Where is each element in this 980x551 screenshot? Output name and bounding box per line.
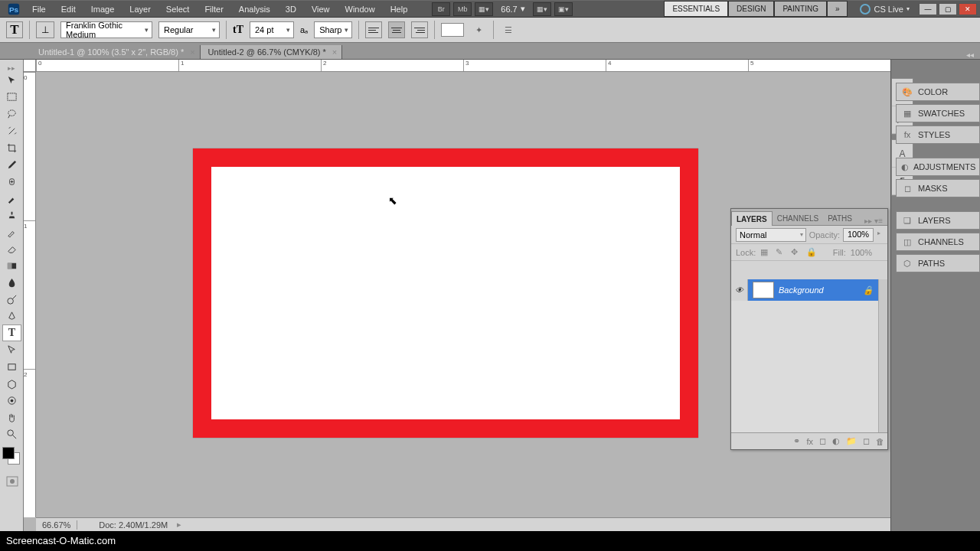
rectangle-tool[interactable] [2,358,21,375]
menu-file[interactable]: File [24,2,54,16]
document-tab-2[interactable]: Untitled-2 @ 66.7% (CMYK/8) *× [201,45,343,59]
foreground-color-swatch[interactable] [2,447,15,459]
layers-scrollbar[interactable] [878,279,887,432]
pen-tool[interactable] [2,308,21,324]
ruler-origin[interactable] [24,60,36,72]
panel-adjustments[interactable]: ◐ADJUSTMENTS [896,158,980,176]
workspace-more[interactable]: » [827,1,848,17]
antialias-dropdown[interactable]: Sharp [314,21,352,38]
minibridge-icon[interactable]: Mb [453,2,472,16]
visibility-toggle-icon[interactable]: 👁 [731,279,748,301]
layer-row[interactable]: 👁 Background 🔒 [731,279,878,301]
font-style-dropdown[interactable]: Regular [158,21,220,38]
marquee-tool[interactable] [2,89,21,106]
move-tool[interactable] [2,72,21,89]
3d-tool[interactable] [2,375,21,392]
workspace-essentials[interactable]: ESSENTIALS [664,1,728,17]
minimize-button[interactable]: — [919,3,937,15]
hand-tool[interactable] [2,409,21,425]
panel-channels[interactable]: ◫CHANNELS [896,233,980,251]
document-tab-1[interactable]: Untitled-1 @ 100% (3.5" x 2", RGB/8) *× [31,45,201,59]
opacity-input[interactable]: 100% [843,228,874,242]
close-tab-icon[interactable]: × [332,47,337,57]
zoom-tool[interactable] [2,425,21,442]
menu-view[interactable]: View [304,2,338,16]
layer-thumbnail[interactable] [753,282,774,298]
zoom-level[interactable]: 66.7▾ [501,4,524,14]
layer-mask-icon[interactable]: ◻ [819,436,826,446]
character-panel-button[interactable]: ☰ [500,21,517,38]
dodge-tool[interactable] [2,291,21,308]
panel-layers[interactable]: ❏LAYERS [896,211,980,230]
horizontal-ruler[interactable]: 012345 [36,60,890,72]
view-extras-icon[interactable]: ▦▾ [475,2,493,16]
workspace-design[interactable]: DESIGN [728,1,774,17]
link-layers-icon[interactable]: ⚭ [793,436,800,446]
eyedropper-tool[interactable] [2,156,21,173]
healing-brush-tool[interactable] [2,173,21,190]
layers-tab[interactable]: LAYERS [731,211,773,226]
close-tab-icon[interactable]: × [190,47,194,57]
eraser-tool[interactable] [2,240,21,257]
status-zoom[interactable]: 66.67% [36,520,77,530]
magic-wand-tool[interactable] [2,122,21,139]
align-center-button[interactable] [388,21,405,38]
fill-input[interactable]: 100% [851,248,872,257]
collapse-panels-icon[interactable]: ◂◂ [960,51,980,59]
type-tool[interactable]: T [2,324,21,341]
brush-tool[interactable] [2,190,21,207]
menu-filter[interactable]: Filter [197,2,230,16]
quick-mask-button[interactable] [2,473,21,490]
lock-transparency-icon[interactable]: ▦ [760,247,771,258]
layer-style-icon[interactable]: fx [806,437,813,446]
3d-camera-tool[interactable] [2,392,21,409]
lock-image-icon[interactable]: ✎ [776,247,786,258]
align-right-button[interactable] [411,21,428,38]
maximize-button[interactable]: ▢ [939,3,957,15]
crop-tool[interactable] [2,139,21,156]
workspace-painting[interactable]: PAINTING [774,1,826,17]
blur-tool[interactable] [2,274,21,291]
panel-masks[interactable]: ◻MASKS [896,179,980,197]
toolbar-collapse-icon[interactable]: ▸▸ [0,64,23,72]
font-size-dropdown[interactable]: 24 pt [250,21,294,38]
delete-layer-icon[interactable]: 🗑 [876,437,884,446]
path-selection-tool[interactable] [2,341,21,358]
arrange-docs-icon[interactable]: ▦▾ [533,2,551,16]
status-doc-info[interactable]: Doc: 2.40M/1.29M [93,520,174,530]
warp-text-button[interactable]: ✦ [470,21,487,38]
lock-position-icon[interactable]: ✥ [791,247,802,258]
panel-swatches[interactable]: ▦SWATCHES [896,104,980,122]
channels-tab[interactable]: CHANNELS [773,211,823,225]
lasso-tool[interactable] [2,106,21,122]
menu-image[interactable]: Image [83,2,122,16]
canvas[interactable] [193,148,698,438]
menu-3d[interactable]: 3D [278,2,304,16]
lock-all-icon[interactable]: 🔒 [806,247,817,258]
menu-help[interactable]: Help [383,2,416,16]
history-brush-tool[interactable] [2,223,21,240]
bridge-icon[interactable]: Br [432,2,450,16]
menu-layer[interactable]: Layer [122,2,158,16]
text-color-swatch[interactable] [441,23,464,37]
vertical-ruler[interactable]: 012 [24,72,36,517]
menu-select[interactable]: Select [158,2,198,16]
font-family-dropdown[interactable]: Franklin Gothic Medium [60,21,152,38]
screen-mode-icon[interactable]: ▣▾ [554,2,573,16]
layer-name[interactable]: Background [779,285,824,295]
clone-stamp-tool[interactable] [2,207,21,223]
menu-edit[interactable]: Edit [54,2,83,16]
cs-live-button[interactable]: CS Live▾ [855,2,914,16]
close-button[interactable]: ✕ [959,3,977,15]
text-orientation-button[interactable]: ⊥ [36,21,54,38]
panel-menu-icon[interactable]: ▸▸ ▾≡ [860,217,887,225]
adjustment-layer-icon[interactable]: ◐ [832,436,840,446]
layer-group-icon[interactable]: 📁 [846,436,857,446]
panel-color[interactable]: 🎨COLOR [896,83,980,101]
menu-window[interactable]: Window [338,2,383,16]
panel-paths[interactable]: ⬡PATHS [896,254,980,272]
blend-mode-dropdown[interactable]: Normal [736,228,806,242]
menu-analysis[interactable]: Analysis [231,2,278,16]
new-layer-icon[interactable]: ◻ [863,436,870,446]
gradient-tool[interactable] [2,257,21,274]
